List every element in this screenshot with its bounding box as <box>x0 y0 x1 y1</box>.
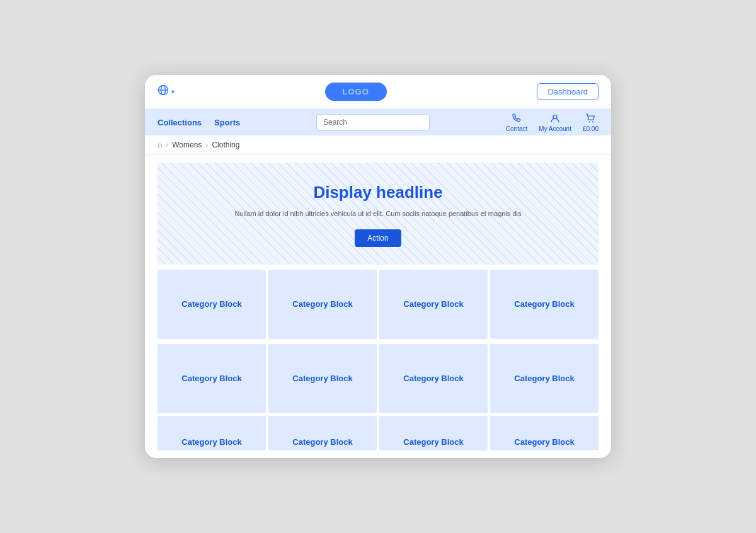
account-label: My Account <box>539 125 571 132</box>
nav-icons: Contact My Account £0.00 <box>506 113 598 132</box>
search-wrapper <box>240 109 506 135</box>
nav-link-sports[interactable]: Sports <box>214 118 240 127</box>
category-grid-row3: Category Block Category Block Category B… <box>145 413 611 458</box>
category-block-label: Category Block <box>399 433 467 450</box>
breadcrumb: ⌂ › Womens › Clothing <box>145 135 611 155</box>
browser-window: ▾ LOGO Dashboard Collections Sports Cont… <box>145 75 611 458</box>
category-block-1-1[interactable]: Category Block <box>158 270 266 339</box>
nav-bar: Collections Sports Contact My Account <box>145 109 611 135</box>
category-grid-row2: Category Block Category Block Category B… <box>145 339 611 413</box>
category-block-label: Category Block <box>509 369 579 388</box>
category-block-label: Category Block <box>398 294 468 314</box>
cart-nav-item[interactable]: £0.00 <box>583 113 598 132</box>
category-block-label: Category Block <box>289 433 356 450</box>
dashboard-button[interactable]: Dashboard <box>537 83 598 100</box>
hero-headline: Display headline <box>173 183 583 202</box>
globe-icon <box>158 84 169 99</box>
category-block-label: Category Block <box>509 294 579 314</box>
category-block-label: Category Block <box>178 433 245 450</box>
category-block-label: Category Block <box>287 294 357 314</box>
contact-nav-item[interactable]: Contact <box>506 113 527 132</box>
top-bar: ▾ LOGO Dashboard <box>145 75 611 109</box>
category-block-label: Category Block <box>510 433 578 450</box>
search-input[interactable] <box>316 114 430 130</box>
breadcrumb-sep-2: › <box>205 140 208 149</box>
breadcrumb-womens[interactable]: Womens <box>172 140 202 149</box>
category-block-1-2[interactable]: Category Block <box>268 270 377 339</box>
category-block-3-4[interactable]: Category Block <box>490 416 598 450</box>
category-block-3-2[interactable]: Category Block <box>268 416 377 450</box>
category-block-label: Category Block <box>398 369 468 388</box>
category-block-3-3[interactable]: Category Block <box>379 416 488 450</box>
category-block-label: Category Block <box>287 369 357 388</box>
breadcrumb-clothing[interactable]: Clothing <box>212 140 239 149</box>
category-block-2-2[interactable]: Category Block <box>268 344 377 413</box>
dropdown-arrow-icon[interactable]: ▾ <box>171 88 175 95</box>
svg-point-5 <box>592 121 593 122</box>
svg-point-4 <box>589 121 590 122</box>
category-block-1-3[interactable]: Category Block <box>379 270 488 339</box>
contact-label: Contact <box>506 125 527 132</box>
category-grid-row1: Category Block Category Block Category B… <box>145 265 611 339</box>
category-block-3-1[interactable]: Category Block <box>158 416 266 450</box>
top-bar-left: ▾ <box>158 84 175 99</box>
nav-links: Collections Sports <box>158 112 240 134</box>
hero-banner: Display headline Nullam id dolor id nibh… <box>158 163 598 265</box>
hero-action-button[interactable]: Action <box>355 229 401 247</box>
hero-subtext: Nullam id dolor id nibh ultricies vehicu… <box>173 209 583 219</box>
breadcrumb-sep-1: › <box>166 140 168 149</box>
category-block-1-4[interactable]: Category Block <box>490 270 598 339</box>
category-block-label: Category Block <box>176 294 246 314</box>
category-block-2-3[interactable]: Category Block <box>379 344 488 413</box>
cart-label: £0.00 <box>583 125 598 132</box>
breadcrumb-home[interactable]: ⌂ <box>158 140 162 149</box>
nav-link-collections[interactable]: Collections <box>158 118 202 127</box>
category-block-2-4[interactable]: Category Block <box>490 344 598 413</box>
account-nav-item[interactable]: My Account <box>539 113 571 132</box>
category-block-label: Category Block <box>176 369 246 388</box>
category-block-2-1[interactable]: Category Block <box>158 344 266 413</box>
logo: LOGO <box>325 83 387 101</box>
